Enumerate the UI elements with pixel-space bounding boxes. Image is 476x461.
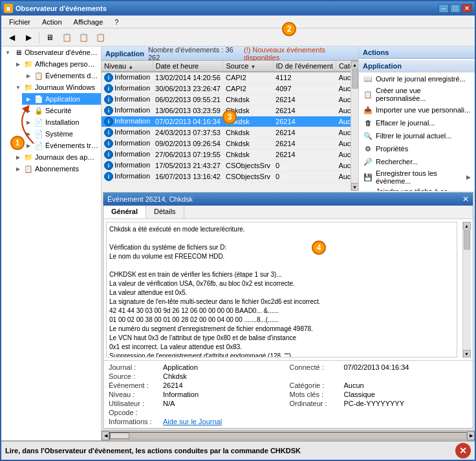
- table-row[interactable]: iInformation 24/03/2013 07:37:53 Chkdsk …: [102, 127, 351, 138]
- tree-expand-transferes[interactable]: ▶: [23, 140, 34, 151]
- action-icon: 📖: [363, 74, 373, 84]
- hscroll-left[interactable]: ◀: [102, 431, 109, 440]
- meta-event-value: 26214: [163, 381, 287, 389]
- event-table[interactable]: Niveau ▲ Date et heure Source ▼ ID de l'…: [102, 61, 358, 191]
- hscroll-right[interactable]: ▶: [467, 431, 475, 440]
- meta-keywords-label: Mots clés :: [290, 391, 341, 398]
- meta-info-link[interactable]: Aide sur le Journal: [163, 418, 287, 425]
- menu-fichier[interactable]: Fichier: [4, 17, 36, 27]
- toolbar: ◀ ▶ 🖥 📋 📋 📋: [1, 28, 475, 47]
- tree-expand-journaux-apps[interactable]: ▶: [13, 152, 23, 162]
- minimize-button[interactable]: ─: [438, 4, 449, 13]
- action-item[interactable]: 📖 Ouvrir le journal enregistré...: [359, 72, 475, 85]
- action-item[interactable]: 🔎 Rechercher...: [359, 155, 475, 168]
- tree-expand-affichages[interactable]: ▶: [13, 59, 23, 69]
- action-label: Rechercher...: [376, 158, 471, 166]
- dialog-text-line: Vérification du système de fichiers sur …: [109, 243, 454, 252]
- col-header-source[interactable]: Source ▼: [223, 61, 273, 72]
- dialog-text-area[interactable]: Chkdsk a été exécuté en mode lecture/écr…: [106, 222, 457, 358]
- tree-item-journaux[interactable]: ▼ 📁 Journaux Windows: [12, 81, 101, 93]
- tree-item-transferes[interactable]: ▶ 📄 Événements transférés...: [22, 140, 101, 151]
- tree-item-evenements[interactable]: ▶ 📋 Événements d'admini...: [22, 70, 101, 81]
- tree-expand-installation[interactable]: ▶: [23, 117, 34, 127]
- col-header-cat[interactable]: Catégorie de la tâche: [336, 61, 351, 72]
- col-header-date[interactable]: Date et heure: [153, 61, 223, 72]
- window-icon: 📋: [4, 4, 13, 13]
- table-row[interactable]: iInformation 27/06/2013 07:19:55 Chkdsk …: [102, 149, 351, 160]
- dialog-scroll-up[interactable]: ▲: [463, 222, 471, 230]
- table-row[interactable]: iInformation 16/07/2013 13:16:42 CSObjec…: [102, 171, 351, 182]
- hscroll-track[interactable]: [109, 432, 467, 440]
- tree-expand-evenements[interactable]: ▶: [23, 70, 34, 81]
- tree-item-abonnements[interactable]: ▶ 📋 Abonnements: [12, 163, 101, 175]
- info-icon[interactable]: ✕: [455, 443, 471, 458]
- close-button[interactable]: ✕: [462, 4, 472, 13]
- scroll-thumb[interactable]: [352, 69, 358, 89]
- panel-header: Application Nombre d'événements : 36 262…: [102, 47, 358, 61]
- menu-help[interactable]: ?: [109, 17, 124, 27]
- toolbar-back[interactable]: ◀: [4, 30, 19, 45]
- col-header-nivel[interactable]: Niveau ▲: [102, 61, 153, 72]
- dialog-tab-details[interactable]: Détails: [146, 206, 184, 219]
- table-row[interactable]: iInformation 09/02/2013 09:26:54 Chkdsk …: [102, 138, 351, 149]
- tree-item-installation[interactable]: ▶ 📄 Installation: [22, 116, 101, 128]
- tree-expand-root[interactable]: ▼: [3, 47, 13, 58]
- scroll-track[interactable]: [351, 69, 359, 183]
- dialog-scrollbar[interactable]: ▲ ▼: [462, 222, 470, 358]
- toolbar-btn-2[interactable]: 📋: [59, 30, 74, 45]
- toolbar-btn-4[interactable]: 📋: [92, 30, 108, 45]
- tree-expand-abonnements[interactable]: ▶: [13, 164, 23, 174]
- meta-level-label: Niveau :: [109, 391, 160, 398]
- col-header-id[interactable]: ID de l'événement: [273, 61, 336, 72]
- action-item[interactable]: ⚙ Propriétés: [359, 142, 475, 155]
- action-item[interactable]: 📋 Créer une vue personnalisée...: [359, 85, 475, 103]
- actions-section-title: Application: [359, 60, 475, 72]
- tree-expand-application[interactable]: ▶: [23, 94, 34, 104]
- scroll-up-btn[interactable]: ▲: [351, 61, 359, 69]
- tree-expand-securite[interactable]: ▶: [23, 105, 34, 116]
- annotation-4: 4: [312, 241, 326, 255]
- menu-action[interactable]: Action: [37, 17, 67, 27]
- dialog-scroll-track[interactable]: [463, 230, 471, 350]
- tree-item-affichages[interactable]: ▶ 📁 Affichages personnalisés: [12, 58, 101, 70]
- tree-item-securite[interactable]: ▶ 🔒 Sécurité: [22, 105, 101, 116]
- panel-count: Nombre d'événements : 36 262: [148, 47, 240, 61]
- annotation-2: 2: [282, 22, 296, 36]
- action-item[interactable]: 💾 Enregistrer tous les événeme... ▶: [359, 168, 475, 186]
- scroll-down-btn[interactable]: ▼: [351, 183, 359, 191]
- tree-expand-systeme[interactable]: ▶: [23, 129, 34, 139]
- dialog-tab-general[interactable]: Général: [103, 206, 146, 219]
- menu-affichage[interactable]: Affichage: [69, 17, 109, 27]
- toolbar-forward[interactable]: ▶: [21, 30, 36, 45]
- tree-item-journaux-apps[interactable]: ▶ 📁 Journaux des applications...: [12, 151, 101, 163]
- dialog-close-button[interactable]: ✕: [462, 195, 469, 204]
- tree-item-root[interactable]: ▼ 🖥 Observateur d'événements (L...: [1, 47, 101, 58]
- tree-item-systeme[interactable]: ▶ 📄 Système: [22, 128, 101, 140]
- action-item[interactable]: 🗑 Effacer le journal...: [359, 116, 475, 129]
- tree-expand-journaux[interactable]: ▼: [13, 82, 23, 92]
- maximize-button[interactable]: □: [450, 4, 460, 13]
- meta-opcode-value: [163, 409, 287, 416]
- dialog-scroll-down[interactable]: ▼: [463, 350, 471, 358]
- dialog-text-line: Le numéro du segment d'enregistrement de…: [109, 325, 454, 334]
- table-row[interactable]: iInformation 13/02/2014 14:20:56 CAPI2 4…: [102, 72, 351, 83]
- toolbar-btn-3[interactable]: 📋: [76, 30, 91, 45]
- action-icon: 📌: [363, 190, 373, 191]
- action-icon: 📋: [363, 89, 373, 100]
- table-row[interactable]: iInformation 17/05/2013 21:43:27 CSObjec…: [102, 160, 351, 171]
- meta-connected-value: 07/02/2013 04:16:34: [344, 363, 468, 371]
- hscroll-thumb[interactable]: [110, 433, 129, 439]
- action-item[interactable]: 🔍 Filtrer le journal actuel...: [359, 129, 475, 142]
- tree-item-application[interactable]: ▶ 📄 Application: [22, 93, 101, 105]
- action-item[interactable]: 📥 Importer une vue personnali...: [359, 103, 475, 116]
- tree-icon-installation: 📄: [34, 117, 44, 127]
- toolbar-btn-1[interactable]: 🖥: [42, 30, 58, 45]
- event-table-scrollbar[interactable]: ▲ ▼: [351, 61, 358, 191]
- action-icon: 🔍: [363, 131, 373, 141]
- action-item[interactable]: 📌 Joindre une tâche à ce jou... ▶: [359, 186, 475, 191]
- table-row[interactable]: iInformation 30/06/2013 23:26:47 CAPI2 4…: [102, 83, 351, 94]
- meta-journal-value: Application: [163, 363, 287, 371]
- table-row[interactable]: iInformation 06/02/2013 09:55:21 Chkdsk …: [102, 94, 351, 105]
- actions-container: Application 📖 Ouvrir le journal enregist…: [359, 60, 475, 191]
- dialog-scroll-thumb[interactable]: [464, 230, 470, 250]
